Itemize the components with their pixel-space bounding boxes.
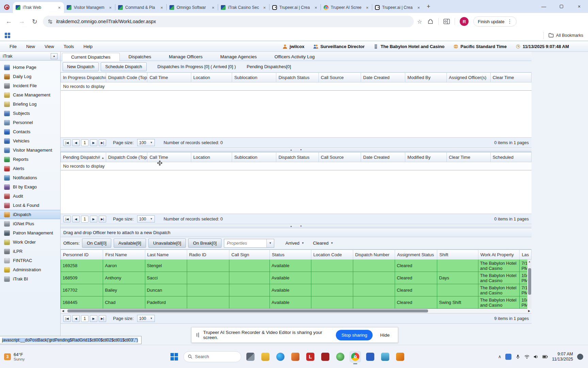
sidebar-collapse-button[interactable]: ▲ [51,53,58,59]
column-header-sublocation[interactable]: Sublocation [232,152,276,162]
sidebar-item-briefing-log[interactable]: Briefing Log [0,99,60,109]
filter-unavailable-0--button[interactable]: Unavailable[0] [148,239,186,248]
column-header-location[interactable]: Location [191,152,232,162]
sidebar-item-audit[interactable]: Audit [0,191,60,201]
tab-officers-activity-log[interactable]: Officers Activity Log [266,53,324,61]
last-page-button[interactable]: ▶| [99,216,106,223]
menu-help[interactable]: Help [79,44,97,49]
officers-horizontal-scrollbar[interactable]: ◀ ▶ [61,309,532,313]
address-bar[interactable]: itrakdemo2.omnigo.one/iTrak/WorkLoader.a… [43,16,414,27]
tab-current-dispatches[interactable]: Current Dispatches [62,53,120,61]
first-page-button[interactable]: |◀ [63,216,71,223]
sidebar-item-patron-management[interactable]: Patron Management [0,228,60,237]
sidebar-item-notifications[interactable]: Notifications [0,173,60,182]
scroll-right-icon[interactable]: ▶ [527,309,532,312]
prev-page-button[interactable]: ◀ [72,315,80,322]
browser-tab[interactable]: Trupeer.ai | Crea× [270,2,321,13]
column-header-scheduled[interactable]: Scheduled [490,152,531,162]
column-header-modified-by[interactable]: Modified By [405,152,447,162]
taskbar-icon-app-green[interactable] [334,351,346,363]
column-header-sublocation[interactable]: Sublocation [232,73,276,82]
dispatch-count-link[interactable]: Dispatches In Progress [0] ( Arrived [0]… [158,64,236,69]
column-header-status[interactable]: Status [270,250,311,260]
arrived-dropdown[interactable]: Arrived▼ [285,241,304,246]
taskbar-icon-app-red[interactable] [320,351,331,363]
side-panel-icon[interactable] [443,19,450,25]
tab-dispatches[interactable]: Dispatches [120,53,160,61]
sidebar-item-personnel[interactable]: Personnel [0,118,60,127]
new-dispatch-button[interactable]: New Dispatch [63,62,99,71]
column-header-dispatch-status[interactable]: Dispatch Status [276,73,318,82]
menu-file[interactable]: File [5,44,21,49]
column-header-shift[interactable]: Shift [437,250,478,260]
column-header-dispatch-code-topic-[interactable]: Dispatch Code (Topic) [106,73,147,82]
sidebar-item-daily-log[interactable]: Daily Log [0,72,60,81]
scroll-thumb[interactable] [528,268,531,295]
tab-manage-agencies[interactable]: Manage Agencies [211,53,265,61]
sidebar-item-bi-by-exago[interactable]: BI by Exago [0,182,60,191]
column-header-radio-id[interactable]: Radio ID [187,250,229,260]
apps-grid-icon[interactable] [5,33,10,38]
sidebar-item-fintrac[interactable]: FINTRAC [0,256,60,265]
next-page-button[interactable]: ▶ [90,315,97,322]
taskbar-icon-app-pen[interactable] [394,351,406,363]
sidebar-item-administration[interactable]: Administration [0,265,60,274]
taskbar-icon-file-explorer[interactable] [260,351,271,363]
taskbar-search[interactable]: Search [183,351,241,362]
extensions-icon[interactable] [427,18,434,25]
column-header-call-source[interactable]: Call Source [318,73,361,82]
sidebar-item-reports[interactable]: Reports [0,155,60,164]
prev-page-button[interactable]: ◀ [72,139,80,146]
officer-row[interactable]: 169258AaronStengelAvailableClearedThe Ba… [61,260,532,272]
column-header-work-at-property[interactable]: Work At Property [478,250,520,260]
next-page-button[interactable]: ▶ [90,139,97,146]
splitter-handle[interactable]: ▲▼ [61,148,532,152]
taskbar-icon-start[interactable] [168,351,180,363]
profile-avatar[interactable]: R [460,17,469,26]
tray-chevron-icon[interactable]: ∧ [498,354,502,359]
battery-icon[interactable] [542,355,548,358]
dispatch-count-link[interactable]: Pending Dispatches[0] [247,64,291,69]
site-info-icon[interactable] [48,19,53,24]
browser-tab[interactable]: Trupeer.ai | Crea× [372,2,423,13]
cleared-dropdown[interactable]: Cleared▼ [313,241,333,246]
sidebar-item-contacts[interactable]: Contacts [0,127,60,136]
maximize-button[interactable] [553,0,570,13]
sidebar-item-ignet-plus[interactable]: iGNet Plus [0,219,60,228]
column-header-las[interactable]: Las [520,250,532,260]
page-number-input[interactable]: 1 [81,139,88,146]
column-header-date-created[interactable]: Date Created [361,152,405,162]
tab-close-icon[interactable]: × [57,5,61,10]
browser-tab[interactable]: Omnigo Softwar× [167,2,218,13]
sidebar-item-subjects[interactable]: Subjects [0,109,60,118]
column-header-assigned-officer-s-[interactable]: Assigned Officer(s) [447,73,491,82]
menu-view[interactable]: View [40,44,59,49]
sidebar-item-vehicles[interactable]: Vehicles [0,136,60,145]
officer-row[interactable]: 168509AnthonySacciAvailableClearedDaysTh… [61,272,532,284]
page-size-dropdown[interactable]: 100▼ [137,139,155,146]
next-page-button[interactable]: ▶ [90,216,97,223]
network-icon[interactable] [524,355,529,359]
column-header-first-name[interactable]: First Name [103,250,145,260]
column-header-dispatch-code-topic-[interactable]: Dispatch Code (Topic) [106,152,147,162]
sidebar-item-idispatch[interactable]: iDispatch [0,210,60,219]
last-page-button[interactable]: ▶| [99,139,106,146]
back-icon[interactable]: ← [4,18,14,25]
tab-close-icon[interactable]: × [365,5,369,10]
notification-icon[interactable] [577,354,583,360]
column-header-personnel-id[interactable]: Personnel ID [61,250,103,260]
browser-tab[interactable]: iTrak Web× [13,2,64,13]
column-header-pending-dispatch-[interactable]: Pending Dispatch#▲ [61,152,106,162]
first-page-button[interactable]: |◀ [63,139,71,146]
sidebar-item-visitor-management[interactable]: Visitor Management [0,145,60,155]
tab-close-icon[interactable]: × [416,5,421,10]
officer-row[interactable]: 168445ChadPadelfordAvailableClearedSwing… [61,296,532,309]
url-text[interactable]: itrakdemo2.omnigo.one/iTrak/WorkLoader.a… [56,19,409,24]
tab-close-icon[interactable]: × [314,5,318,10]
browser-tab[interactable]: iTrak Casino Sec× [218,2,269,13]
column-header-dispatch-status[interactable]: Dispatch Status [276,152,318,162]
taskbar-weather[interactable]: 3 64°F Sunny [0,352,88,361]
page-number-input[interactable]: 1 [81,216,88,223]
new-tab-button[interactable]: + [427,3,430,10]
forward-icon[interactable]: → [17,18,27,25]
